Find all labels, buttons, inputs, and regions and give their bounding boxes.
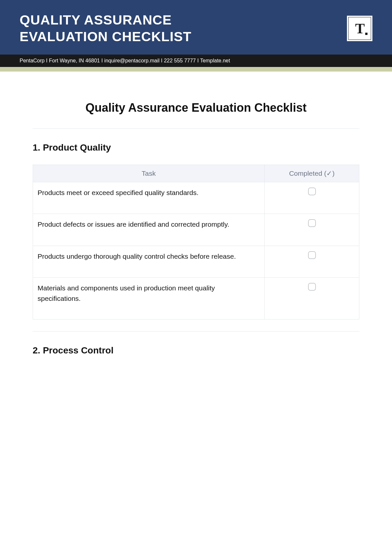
logo: T [347,16,372,41]
header-title: QUALITY ASSURANCE EVALUATION CHECKLIST [20,12,191,45]
task-cell: Products undergo thorough quality contro… [33,246,265,278]
task-cell: Products meet or exceed specified qualit… [33,182,265,214]
section-heading-2: 2. Process Control [33,345,359,356]
table-row: Products undergo thorough quality contro… [33,246,359,278]
checkbox-icon[interactable] [308,283,316,291]
task-cell: Materials and components used in product… [33,278,265,319]
checkbox-icon[interactable] [308,187,316,195]
completed-cell [265,214,359,246]
checkbox-icon[interactable] [308,251,316,259]
column-header-completed: Completed (✓) [265,165,359,182]
header-title-line1: QUALITY ASSURANCE [20,12,172,27]
accent-bar [0,67,392,72]
checkbox-icon[interactable] [308,219,316,227]
completed-cell [265,278,359,319]
document-header: QUALITY ASSURANCE EVALUATION CHECKLIST T [0,2,392,55]
page-title: Quality Assurance Evaluation Checklist [33,101,359,115]
table-header-row: Task Completed (✓) [33,165,359,182]
header-title-line2: EVALUATION CHECKLIST [20,29,191,44]
checklist-table-1: Task Completed (✓) Products meet or exce… [33,165,359,320]
completed-cell [265,246,359,278]
logo-dot-icon [365,33,368,35]
section-heading-1: 1. Product Quality [33,142,359,153]
content-area: Quality Assurance Evaluation Checklist 1… [0,72,392,356]
logo-letter: T [355,20,364,37]
divider [33,128,359,129]
column-header-task: Task [33,165,265,182]
task-cell: Product defects or issues are identified… [33,214,265,246]
logo-inner: T [348,17,371,40]
info-bar: PentaCorp I Fort Wayne, IN 46801 I inqui… [0,55,392,67]
info-bar-text: PentaCorp I Fort Wayne, IN 46801 I inqui… [20,58,230,63]
divider [33,331,359,332]
table-row: Materials and components used in product… [33,278,359,319]
table-row: Product defects or issues are identified… [33,214,359,246]
table-row: Products meet or exceed specified qualit… [33,182,359,214]
completed-cell [265,182,359,214]
